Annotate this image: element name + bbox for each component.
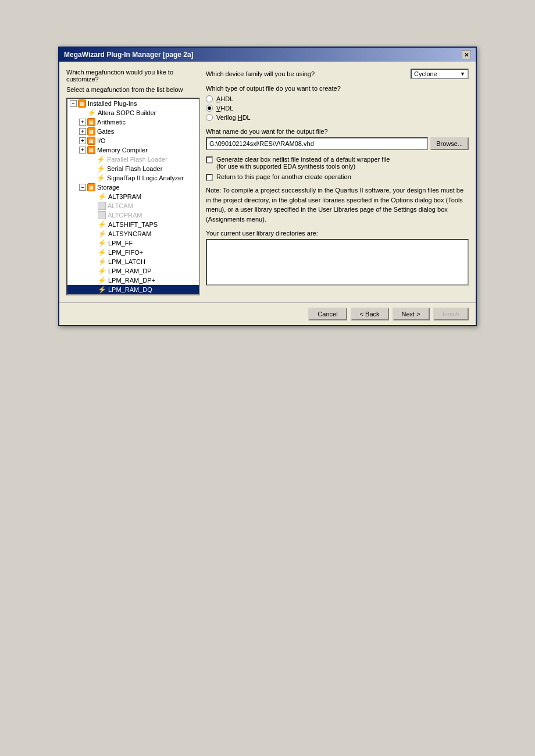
tree-item-lpm-fifo[interactable]: ⚡ LPM_FIFO+ xyxy=(67,248,199,257)
tree-container[interactable]: − ▤ Installed Plug-Ins ⚡ Altera SOPC Bui… xyxy=(66,98,200,295)
file-icon-altcam xyxy=(98,202,106,210)
tree-item-memory-compiler[interactable]: + ▤ Memory Compiler xyxy=(67,145,199,155)
device-question: Which device family will you be using? xyxy=(206,70,406,77)
library-label: Your current user library directories ar… xyxy=(206,230,469,237)
tree-label-serial-flash: Serial Flash Loader xyxy=(107,165,162,172)
tree-item-io[interactable]: + ▤ I/O xyxy=(67,136,199,145)
device-value: Cyclone xyxy=(414,70,437,77)
radio-btn-vhdl[interactable] xyxy=(206,105,213,112)
footer: Cancel < Back Next > Finish xyxy=(59,302,476,325)
file-icon-altshift: ⚡ xyxy=(98,220,106,229)
title-bar: MegaWizard Plug-In Manager [page 2a] ✕ xyxy=(59,48,476,62)
tree-item-installed[interactable]: − ▤ Installed Plug-Ins xyxy=(67,99,199,108)
device-family-select[interactable]: Cyclone ▼ xyxy=(411,69,469,79)
tree-label-altera-sopc: Altera SOPC Builder xyxy=(98,109,156,116)
file-icon-alt3pram: ⚡ xyxy=(98,192,106,201)
tree-item-gates[interactable]: + ▤ Gates xyxy=(67,127,199,136)
folder-icon-arithmetic: ▤ xyxy=(87,118,95,126)
next-button[interactable]: Next > xyxy=(393,308,430,320)
checkbox-item-2: Return to this page for another create o… xyxy=(206,173,469,181)
window-content: Which megafunction would you like to cus… xyxy=(59,62,476,302)
dropdown-arrow-icon: ▼ xyxy=(460,71,465,77)
tree-item-lpm-ram-dq[interactable]: ⚡ LPM_RAM_DQ xyxy=(67,285,199,294)
tree-item-alt3pram[interactable]: ⚡ ALT3PRAM xyxy=(67,192,199,201)
expand-storage[interactable]: − xyxy=(79,184,86,191)
radio-item-ahdl[interactable]: AHDL xyxy=(206,95,469,102)
file-icon-serial: ⚡ xyxy=(97,165,105,173)
tree-item-altshift-taps[interactable]: ⚡ ALTSHIFT_TAPS xyxy=(67,220,199,229)
back-button[interactable]: < Back xyxy=(351,308,389,320)
expand-installed[interactable]: − xyxy=(70,100,77,107)
cancel-button[interactable]: Cancel xyxy=(308,308,347,320)
expand-memory[interactable]: + xyxy=(79,147,86,154)
output-file-input[interactable] xyxy=(206,137,428,150)
tree-label-arithmetic: Arithmetic xyxy=(97,119,126,126)
tree-item-lpm-latch[interactable]: ⚡ LPM_LATCH xyxy=(67,257,199,266)
tree-item-altsyncram[interactable]: ⚡ ALTSYNCRAM xyxy=(67,229,199,238)
verilog-underline: H xyxy=(238,114,242,121)
tree-item-serial-flash[interactable]: ⚡ Serial Flash Loader xyxy=(67,164,199,173)
tree-label-lpm-latch: LPM_LATCH xyxy=(108,258,145,265)
tree-label-storage: Storage xyxy=(97,184,120,191)
folder-icon-io: ▤ xyxy=(87,137,95,145)
expand-io[interactable]: + xyxy=(79,137,86,144)
tree-item-lpm-ram-dp[interactable]: ⚡ LPM_RAM_DP xyxy=(67,266,199,276)
tree-item-lpm-ram-dp-plus[interactable]: ⚡ LPM_RAM_DP+ xyxy=(67,276,199,285)
file-icon-lpm-ff: ⚡ xyxy=(98,239,106,247)
tree-item-altcam[interactable]: ALTCAM xyxy=(67,201,199,211)
checkbox-item-1: Generate clear box netlist file instead … xyxy=(206,156,469,170)
file-icon-lpm-ram-dp-plus: ⚡ xyxy=(98,276,106,284)
tree-item-lpm-ff[interactable]: ⚡ LPM_FF xyxy=(67,238,199,248)
file-icon-altsyncram: ⚡ xyxy=(98,230,106,238)
checkbox-1[interactable] xyxy=(206,156,213,163)
tree-item-signaltap[interactable]: ⚡ SignalTap II Logic Analyzer xyxy=(67,173,199,183)
tree-item-parallel-flash[interactable]: ⚡ Parallel Flash Loader xyxy=(67,155,199,164)
folder-icon-installed: ▤ xyxy=(78,99,86,108)
radio-item-vhdl[interactable]: VHDL xyxy=(206,105,469,112)
file-icon-lpm-ram-dq: ⚡ xyxy=(98,286,106,294)
expand-arithmetic[interactable]: + xyxy=(79,119,86,126)
tree-label-io: I/O xyxy=(97,137,106,144)
device-question-wrapper: Which device family will you be using? xyxy=(206,70,406,77)
radio-btn-ahdl[interactable] xyxy=(206,95,213,102)
folder-icon-storage: ▤ xyxy=(87,183,95,191)
ahdl-underline: A xyxy=(216,95,220,102)
file-icon-lpm-rom: ⚡ xyxy=(98,295,106,295)
tree-label-signaltap: SignalTap II Logic Analyzer xyxy=(107,174,184,181)
tree-label-lpm-fifo: LPM_FIFO+ xyxy=(108,249,143,256)
output-file-label: What name do you want for the output fil… xyxy=(206,128,469,135)
file-icon-lpm-latch: ⚡ xyxy=(98,258,106,266)
expand-gates[interactable]: + xyxy=(79,128,86,135)
checkbox-label-2: Return to this page for another create o… xyxy=(216,173,351,180)
radio-btn-verilog[interactable] xyxy=(206,114,213,121)
file-icon-lpm-ram-dp: ⚡ xyxy=(98,267,106,275)
radio-label-vhdl: VHDL xyxy=(216,105,233,112)
radio-item-verilog[interactable]: Verilog HDL xyxy=(206,114,469,121)
output-type-question: Which type of output file do you want to… xyxy=(206,85,469,92)
left-panel: Which megafunction would you like to cus… xyxy=(66,69,200,295)
library-box xyxy=(206,239,469,286)
tree-label-lpm-ram-dq: LPM_RAM_DQ xyxy=(108,286,152,293)
tree-label-installed: Installed Plug-Ins xyxy=(88,100,137,107)
radio-group: AHDL VHDL Verilog HDL xyxy=(206,95,469,121)
tree-item-lpm-rom[interactable]: ⚡ LPM_ROM xyxy=(67,294,199,295)
window-title: MegaWizard Plug-In Manager [page 2a] xyxy=(64,51,194,59)
tree-item-arithmetic[interactable]: + ▤ Arithmetic xyxy=(67,117,199,127)
output-type-section: Which type of output file do you want to… xyxy=(206,85,469,121)
folder-icon-gates: ▤ xyxy=(87,127,95,135)
browse-button[interactable]: Browse... xyxy=(430,137,469,150)
left-question2: Select a megafunction from the list belo… xyxy=(66,86,200,93)
file-icon-lpm-fifo: ⚡ xyxy=(98,248,106,256)
tree-label-lpm-ram-dp-plus: LPM_RAM_DP+ xyxy=(108,277,155,284)
tree-label-memory-compiler: Memory Compiler xyxy=(97,147,148,154)
tree-item-storage[interactable]: − ▤ Storage xyxy=(67,183,199,192)
checkbox-section: Generate clear box netlist file instead … xyxy=(206,156,469,181)
main-layout: Which megafunction would you like to cus… xyxy=(66,69,469,295)
tree-item-altera-sopc[interactable]: ⚡ Altera SOPC Builder xyxy=(67,108,199,117)
right-panel: Which device family will you be using? C… xyxy=(206,69,469,295)
tree-label-alt3pram: ALT3PRAM xyxy=(108,193,141,200)
checkbox-label-1: Generate clear box netlist file instead … xyxy=(216,156,390,170)
close-button[interactable]: ✕ xyxy=(462,50,471,59)
tree-item-altopram[interactable]: ALTOPRAM xyxy=(67,211,199,220)
checkbox-2[interactable] xyxy=(206,174,213,181)
